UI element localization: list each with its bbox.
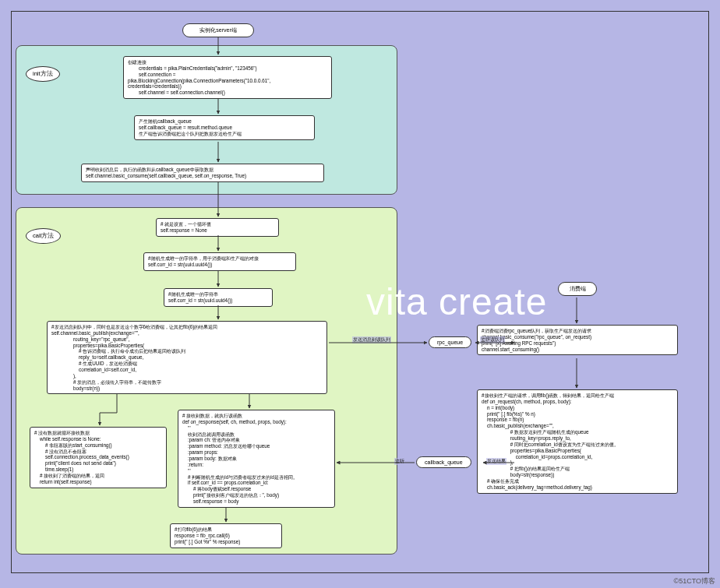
- edge-send-cb: 发送结果: [486, 458, 506, 465]
- edge-listen-cb: 监听: [394, 458, 405, 465]
- callback-queue-pill: callback_queue: [416, 456, 471, 468]
- consumer-pill: 消费端: [558, 282, 597, 296]
- call-print-result: #打印fib(6)的结果 response = fib_rpc.call(6) …: [170, 523, 282, 548]
- init-callback-queue: 产生随机callback_queue self.callback_queue =…: [134, 115, 315, 140]
- consumer-on-request: #接收到生产端的请求，调用fib()函数，得到结果，返回给生产端 def on_…: [477, 389, 678, 494]
- init-create-connection: 创建连接 credentials = pika.PlainCredentials…: [123, 56, 332, 99]
- call-response-none: # 就是设置，一个循环值 self.response = None: [156, 218, 279, 237]
- edge-send-rpc: 发送消息到该队列: [352, 336, 391, 343]
- server-instance-pill: 实例化server端: [182, 23, 254, 37]
- call-uuid-2: #随机生成唯一的字符串 self.corr_id = str(uuid.uuid…: [164, 288, 273, 307]
- call-uuid-1: #随机生成唯一的字符串，用于消费端和生产端的对接 self.corr_id = …: [143, 252, 296, 271]
- copyright-text: ©51CTO博客: [674, 576, 715, 586]
- init-basic-consume: 声明收到消息后，执行的函数和从callback_queue中获取数据 self.…: [81, 164, 324, 182]
- call-basic-publish: #发送消息到队列中，同时也是发送这个数字6给消费端，让其把fib(6)的结果返回…: [47, 321, 327, 394]
- call-on-response: # 接收到数据，就执行该函数 def on_response(self, ch,…: [178, 410, 335, 508]
- rpc-queue-pill: rpc_queue: [429, 336, 471, 348]
- group-call-label: call方法: [26, 228, 61, 244]
- group-init-label: init方法: [26, 66, 60, 82]
- call-while-loop: # 没有数据就循环接收数据 while self.response is Non…: [30, 427, 167, 488]
- edge-recv-rpc: 监听该队列: [480, 336, 505, 343]
- consumer-basic-consume: #消费端消费rpc_queue队列，获取生产端发送的请求 channel.bas…: [477, 325, 678, 355]
